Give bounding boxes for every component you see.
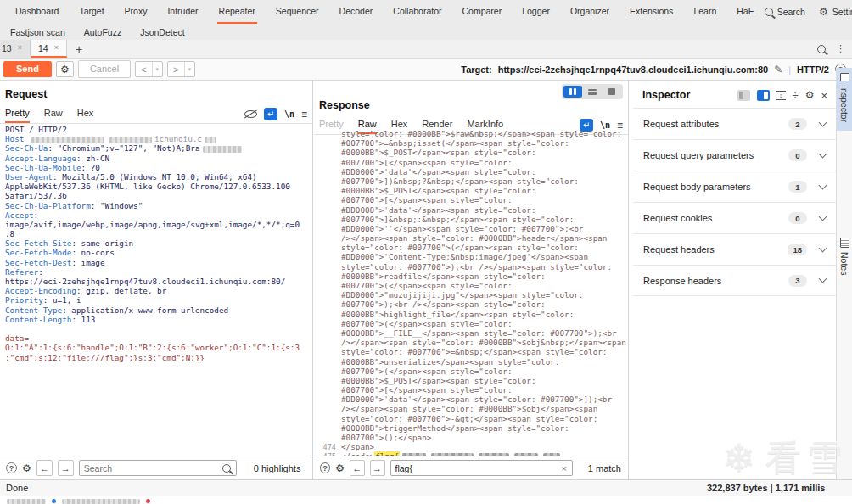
request-line: Priority: u=1, i <box>5 295 311 305</box>
extension-tab-jsondetect[interactable]: JsonDetect <box>140 27 185 37</box>
history-back-button[interactable]: < ▾ <box>135 61 163 77</box>
help-icon[interactable]: ? <box>320 462 330 473</box>
history-forward-button[interactable]: > ▾ <box>167 61 195 77</box>
menu-tab-logger[interactable]: Logger <box>520 0 552 24</box>
menu-tab-learn[interactable]: Learn <box>692 0 718 24</box>
tab-raw[interactable]: Raw <box>44 108 63 123</box>
collapse-all-icon[interactable]: ÷ <box>793 90 799 101</box>
code-text: Sec-Ch-Ua-Platform <box>5 201 91 210</box>
inspector-section-request-attributes[interactable]: Request attributes2 <box>633 108 836 139</box>
code-text: #007700">();</span> <box>341 433 431 442</box>
chevron-down-icon[interactable]: ▾ <box>184 62 195 76</box>
menu-tab-dashboard[interactable]: Dashboard <box>14 0 60 24</box>
menu-tab-sequencer[interactable]: Sequencer <box>274 0 321 24</box>
code-text: Accept-Language <box>5 154 76 163</box>
inspector-section-request-query-parameters[interactable]: Request query parameters0 <box>633 139 836 171</box>
rail-inspector-tab[interactable]: Inspector <box>837 68 852 131</box>
code-text: Content-Length <box>5 315 71 324</box>
response-search-input[interactable] <box>391 463 562 473</box>
request-line: Sec-Fetch-Dest: image <box>5 258 311 267</box>
inspector-settings-icon[interactable]: ⚙ <box>805 90 815 100</box>
columns-layout-button[interactable] <box>563 86 582 98</box>
count-badge: 18 <box>788 244 807 255</box>
expand-all-icon[interactable]: ↕ <box>776 91 786 100</box>
menu-tab-hae[interactable]: HaE <box>735 0 755 24</box>
response-viewer[interactable]: style="color: #0000BB">$raw&nbsp;</span>… <box>314 127 627 456</box>
request-search-box <box>79 460 237 476</box>
close-icon[interactable]: × <box>18 44 22 52</box>
kebab-menu-icon[interactable]: ⋮ <box>836 43 845 54</box>
redacted <box>109 137 152 143</box>
rail-inspector-label: Inspector <box>839 86 849 122</box>
tab-search-icon[interactable] <box>817 45 826 53</box>
rail-notes-tab[interactable]: Notes <box>837 232 852 283</box>
chevron-down-icon[interactable]: ▾ <box>152 62 163 76</box>
send-settings-button[interactable]: ⚙ <box>56 61 74 77</box>
rows-layout-button[interactable] <box>583 86 602 98</box>
hide-highlights-icon[interactable] <box>244 109 257 119</box>
help-icon[interactable]: ? <box>6 462 17 473</box>
request-line: Safari/537.36 <box>5 191 311 200</box>
cancel-button[interactable]: Cancel <box>78 60 131 78</box>
inspector-section-request-body-parameters[interactable]: Request body parameters1 <box>633 171 836 202</box>
single-layout-button[interactable] <box>603 86 621 98</box>
repeater-tab-14[interactable]: 14× <box>31 40 67 58</box>
request-search-input[interactable] <box>80 463 222 473</box>
menu-tab-intruder[interactable]: Intruder <box>165 0 199 24</box>
code-text: Safari/537.36 <box>5 191 67 200</box>
next-match-button[interactable]: → <box>58 460 74 476</box>
menu-right-group: Search ⚙ Settings <box>765 0 852 24</box>
menu-tab-organizer[interactable]: Organizer <box>569 0 611 24</box>
word-wrap-icon[interactable]: ↵ <box>264 108 277 120</box>
close-icon[interactable]: × <box>821 90 827 101</box>
close-icon[interactable]: × <box>54 44 59 52</box>
response-line: #0000BB">readfile</span><span style="col… <box>319 272 627 281</box>
count-badge: 0 <box>788 212 807 224</box>
menu-tab-proxy[interactable]: Proxy <box>123 0 149 24</box>
count-badge: 1 <box>788 181 807 193</box>
request-line: Sec-Ch-Ua-Mobile: ?0 <box>5 163 311 172</box>
send-button[interactable]: Send <box>3 61 52 77</box>
search-settings-icon[interactable]: ⚙ <box>335 463 345 473</box>
code-text: #DD0000">'data'</span><span style="color… <box>341 395 612 404</box>
request-editor[interactable]: POST / HTTP/2Host ichunqiu.cSec-Ch-Ua: "… <box>0 123 311 456</box>
tab-pretty[interactable]: Pretty <box>5 108 30 123</box>
extension-tab-autofuzz[interactable]: AutoFuzz <box>84 27 121 37</box>
menu-tab-collaborator[interactable]: Collaborator <box>391 0 443 24</box>
editor-menu-icon[interactable]: ≡ <box>301 109 307 120</box>
extension-tab-fastjson-scan[interactable]: Fastjson scan <box>10 27 65 37</box>
repeater-tab-13[interactable]: 13× <box>0 40 31 58</box>
menu-tab-decoder[interactable]: Decoder <box>338 0 375 24</box>
tab-hex[interactable]: Hex <box>77 108 94 123</box>
code-text: #0000BB">__FILE__</span><span style="col… <box>341 328 617 338</box>
request-line <box>5 324 311 333</box>
menu-tab-target[interactable]: Target <box>77 0 105 24</box>
inspector-section-request-cookies[interactable]: Request cookies0 <box>633 202 836 233</box>
request-view-icons: ↵ \n ≡ <box>244 108 307 123</box>
menu-tab-extensions[interactable]: Extensions <box>628 0 675 24</box>
show-newlines-icon[interactable]: \n <box>284 109 294 119</box>
prev-match-button[interactable]: ← <box>350 460 365 476</box>
inspector-view-left-icon[interactable] <box>737 90 750 101</box>
clear-search-icon[interactable]: × <box>561 463 566 473</box>
edit-target-icon[interactable]: ✎ <box>774 64 782 76</box>
menu-settings[interactable]: ⚙ Settings <box>819 7 852 17</box>
inspector-view-right-icon[interactable] <box>757 90 770 101</box>
menu-search[interactable]: Search <box>765 7 805 17</box>
code-text: #007700">=&nbsp;isset(</span><span style… <box>341 138 569 148</box>
search-settings-icon[interactable]: ⚙ <box>22 463 31 473</box>
inspector-section-response-headers[interactable]: Response headers3 <box>633 265 836 296</box>
code-text: style="color: #0000BB">$raw&nbsp;</span>… <box>341 129 621 138</box>
chevron-down-icon <box>819 149 827 158</box>
next-match-button[interactable]: → <box>370 460 385 476</box>
code-text: : no-cors <box>71 248 114 257</box>
menu-tab-comparer[interactable]: Comparer <box>461 0 504 24</box>
gear-icon: ⚙ <box>60 64 70 75</box>
inspector-section-request-headers[interactable]: Request headers18 <box>633 233 836 265</box>
response-line: #0000BB">triggerMethod</span><span style… <box>319 423 627 433</box>
request-line: data= <box>5 333 311 343</box>
prev-match-button[interactable]: ← <box>36 460 53 476</box>
request-line: Sec-Fetch-Site: same-origin <box>5 238 311 248</box>
menu-tab-repeater[interactable]: Repeater <box>217 0 257 24</box>
new-tab-button[interactable]: + <box>67 40 91 58</box>
